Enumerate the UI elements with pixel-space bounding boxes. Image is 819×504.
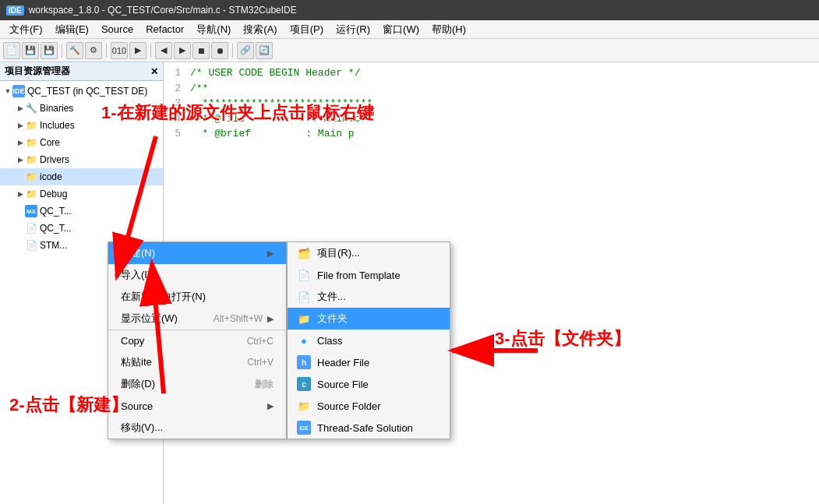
menu-project[interactable]: 项目(P) — [284, 21, 330, 38]
ctx-new-label: 新建(N) — [121, 246, 155, 260]
tree-icon-core: 📁 — [25, 136, 37, 149]
toolbar-separator-3 — [150, 44, 151, 58]
toolbar-btn4[interactable]: ⏺ — [211, 42, 228, 59]
context-menu-primary[interactable]: 新建(N) ▶ 导入(I) 在新窗口中打开(N) 显示位置(W) Alt+Shi… — [108, 241, 287, 439]
tree-label-qct1: QC_T... — [40, 206, 72, 217]
editor-line-4: 4 * @file : main.c — [167, 111, 816, 127]
sub-project[interactable]: 🗂️ 项目(R)... — [288, 242, 450, 264]
menu-help[interactable]: 帮助(H) — [425, 21, 472, 38]
sub-label-folder: 文件夹 — [317, 312, 348, 326]
toolbar-settings[interactable]: ⚙ — [85, 42, 102, 59]
menu-run[interactable]: 运行(R) — [330, 21, 376, 38]
tree-qct1[interactable]: MX QC_T... — [0, 203, 163, 220]
tree-label-qct2: QC_T... — [40, 223, 72, 234]
tree-binaries[interactable]: ▶ 🔧 Binaries — [0, 100, 163, 117]
ctx-copy[interactable]: Copy Ctrl+C — [108, 330, 286, 351]
sub-icon-thread-safe: IDE — [297, 421, 311, 435]
sub-label-class: Class — [317, 335, 343, 347]
tree-label-icode: icode — [40, 171, 62, 182]
sub-icon-source-folder: 📁 — [297, 399, 311, 413]
menu-nav[interactable]: 导航(N) — [190, 21, 237, 38]
tree-arrow-core: ▶ — [16, 139, 25, 146]
menu-window[interactable]: 窗口(W) — [376, 21, 425, 38]
menu-source[interactable]: Source — [95, 22, 139, 37]
sub-header-file[interactable]: h Header File — [288, 351, 450, 373]
editor-line-5: 5 * @brief : Main p — [167, 126, 816, 142]
ctx-paste-shortcut: Ctrl+V — [247, 357, 274, 368]
tree-icon-qct2: 📄 — [25, 222, 37, 234]
toolbar-btn3[interactable]: ⏹ — [192, 42, 210, 59]
ctx-delete-label: 删除(D) — [121, 377, 155, 391]
ctx-import[interactable]: 导入(I) — [108, 264, 286, 286]
ctx-paste[interactable]: 粘贴ite Ctrl+V — [108, 351, 286, 373]
toolbar-build[interactable]: 🔨 — [66, 42, 83, 59]
toolbar-connect[interactable]: 🔗 — [237, 42, 254, 59]
ctx-open-new-window-label: 在新窗口中打开(N) — [121, 290, 206, 304]
menu-search[interactable]: 搜索(A) — [237, 21, 283, 38]
sub-icon-folder: 📁 — [297, 312, 311, 326]
toolbar-separator-4 — [232, 44, 233, 58]
tree-drivers[interactable]: ▶ 📁 Drivers — [0, 151, 163, 168]
menu-refactor[interactable]: Refactor — [139, 22, 190, 37]
menu-edit[interactable]: 编辑(E) — [49, 21, 95, 38]
toolbar-refresh[interactable]: 🔄 — [256, 42, 273, 59]
ctx-source-label: Source — [121, 400, 153, 412]
ctx-paste-label: 粘贴ite — [121, 355, 152, 369]
submenu-new[interactable]: 🗂️ 项目(R)... 📄 File from Template 📄 文件...… — [287, 241, 450, 439]
toolbar-new[interactable]: 📄 — [3, 42, 20, 59]
tree-core[interactable]: ▶ 📁 Core — [0, 134, 163, 151]
toolbar-save-all[interactable]: 💾 — [41, 42, 58, 59]
ctx-copy-label: Copy — [121, 335, 144, 347]
panel-header: 项目资源管理器 ✕ — [0, 62, 163, 81]
sub-source-folder[interactable]: 📁 Source Folder — [288, 395, 450, 417]
editor-content: 1/* USER CODE BEGIN Header */ 2/** 3 ***… — [167, 65, 816, 142]
panel-close[interactable]: ✕ — [150, 66, 158, 77]
toolbar-debug[interactable]: 010 — [111, 42, 128, 59]
tree-icode[interactable]: 📁 icode — [0, 168, 163, 185]
sub-label-header: Header File — [317, 357, 369, 368]
tree-arrow-dbg: ▶ — [16, 190, 25, 198]
toolbar: 📄 💾 💾 🔨 ⚙ 010 ▶ ◀ ▶ ⏹ ⏺ 🔗 🔄 — [0, 39, 819, 62]
menu-file[interactable]: 文件(F) — [3, 21, 49, 38]
tree-icon-stm: 📄 — [25, 239, 37, 252]
ctx-delete[interactable]: 删除(D) 删除 — [108, 373, 286, 395]
sub-class[interactable]: ● Class — [288, 330, 450, 351]
ide-logo: IDE — [6, 5, 24, 16]
sub-file[interactable]: 📄 文件... — [288, 286, 450, 308]
toolbar-separator-2 — [106, 44, 107, 58]
tree-label-drv: Drivers — [40, 154, 69, 165]
tree-debug[interactable]: ▶ 📁 Debug — [0, 185, 163, 203]
toolbar-separator-1 — [62, 44, 62, 58]
ctx-new-arrow: ▶ — [267, 248, 274, 259]
tree-arrow-drv: ▶ — [16, 156, 25, 164]
tree-qct2[interactable]: 📄 QC_T... — [0, 220, 163, 237]
tree-label-bin: Binaries — [40, 103, 73, 114]
sub-icon-file: 📄 — [297, 290, 311, 304]
sub-label-project: 项目(R)... — [317, 246, 360, 260]
sub-icon-source-file: c — [297, 377, 311, 391]
sub-source-file[interactable]: c Source File — [288, 373, 450, 395]
tree-icon-inc: 📁 — [25, 119, 37, 132]
tree-root[interactable]: ▼ IDE QC_TEST (in QC_TEST DE) — [0, 83, 163, 100]
ctx-source[interactable]: Source ▶ — [108, 395, 286, 417]
sub-label-file: 文件... — [317, 290, 346, 304]
sub-thread-safe[interactable]: IDE Thread-Safe Solution — [288, 417, 450, 439]
toolbar-btn2[interactable]: ▶ — [174, 42, 191, 59]
tree-label-inc: Includes — [40, 120, 75, 131]
toolbar-save[interactable]: 💾 — [22, 42, 39, 59]
toolbar-run[interactable]: ▶ — [129, 42, 147, 59]
sub-file-template[interactable]: 📄 File from Template — [288, 264, 450, 286]
tree-arrow-root: ▼ — [3, 87, 12, 95]
tree-includes[interactable]: ▶ 📁 Includes — [0, 117, 163, 134]
ctx-new[interactable]: 新建(N) ▶ — [108, 242, 286, 264]
sub-folder[interactable]: 📁 文件夹 — [288, 308, 450, 330]
ctx-source-arrow: ▶ — [267, 401, 274, 411]
editor-line-1: 1/* USER CODE BEGIN Header */ — [167, 65, 816, 81]
ctx-show-location[interactable]: 显示位置(W) Alt+Shift+W ▶ — [108, 308, 286, 330]
ctx-move[interactable]: 移动(V)... — [108, 417, 286, 439]
toolbar-btn1[interactable]: ◀ — [155, 42, 172, 59]
tree-icon-drv: 📁 — [25, 153, 37, 166]
ctx-open-new-window[interactable]: 在新窗口中打开(N) — [108, 286, 286, 308]
sub-icon-project: 🗂️ — [297, 246, 311, 260]
sub-icon-file-template: 📄 — [297, 268, 311, 282]
